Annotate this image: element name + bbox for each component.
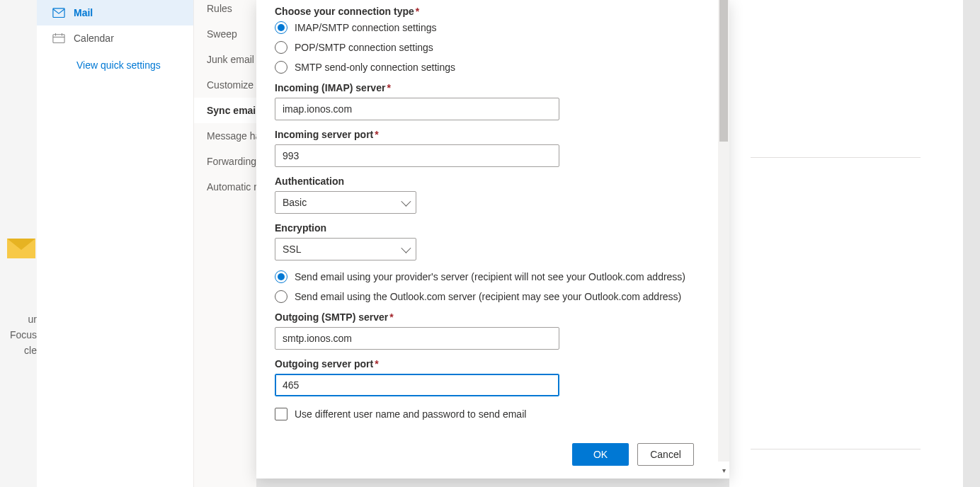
bg-focus-line2: cle [0, 343, 37, 358]
subnav-junk[interactable]: Junk email [194, 47, 256, 72]
radio-icon [275, 61, 287, 74]
authentication-select[interactable]: Basic [275, 191, 416, 214]
radio-icon [275, 21, 287, 34]
subnav-sweep[interactable]: Sweep [194, 21, 256, 47]
envelope-icon [4, 230, 38, 264]
radio-imap-label: IMAP/SMTP connection settings [295, 22, 437, 33]
connection-dialog: Choose your connection type* IMAP/SMTP c… [256, 0, 729, 479]
checkbox-diff-creds[interactable]: Use different user name and password to … [275, 408, 700, 420]
authentication-value: Basic [283, 197, 307, 208]
incoming-port-input[interactable] [275, 144, 559, 167]
connection-form: Choose your connection type* IMAP/SMTP c… [275, 6, 700, 428]
subnav-sweep-label: Sweep [207, 28, 237, 40]
mail-subnav: Rules Sweep Junk email Customize a Sync … [193, 0, 256, 487]
nav-mail[interactable]: Mail [37, 0, 193, 25]
outgoing-server-label: Outgoing (SMTP) server* [275, 311, 700, 323]
radio-icon [275, 270, 287, 283]
radio-pop-label: POP/SMTP connection settings [295, 42, 433, 53]
incoming-server-text: Incoming (IMAP) server [275, 82, 385, 93]
dialog-buttons: OK Cancel [572, 443, 694, 466]
radio-send-provider-label: Send email using your provider's server … [295, 271, 685, 282]
required-asterisk: * [375, 129, 378, 140]
nav-calendar-label: Calendar [74, 33, 114, 44]
svg-rect-3 [53, 35, 64, 43]
checkbox-diff-creds-label: Use different user name and password to … [295, 408, 526, 420]
radio-icon [275, 41, 287, 54]
bg-focus-text: ur Focus cle [0, 311, 37, 358]
mail-icon [52, 8, 65, 18]
incoming-server-label: Incoming (IMAP) server* [275, 82, 700, 93]
svg-rect-2 [53, 8, 64, 18]
radio-pop[interactable]: POP/SMTP connection settings [275, 41, 700, 54]
required-asterisk: * [375, 358, 378, 369]
chevron-down-icon [401, 197, 411, 207]
subnav-forwarding-label: Forwarding [207, 156, 256, 167]
dialog-scrollbar[interactable] [718, 0, 729, 462]
subnav-customize-label: Customize a [207, 79, 262, 91]
radio-smtp-only[interactable]: SMTP send-only connection settings [275, 61, 700, 74]
right-divider-2 [751, 449, 921, 449]
radio-send-outlook[interactable]: Send email using the Outlook.com server … [275, 290, 700, 303]
authentication-label: Authentication [275, 176, 700, 187]
incoming-port-text: Incoming server port [275, 129, 373, 140]
subnav-sync-label: Sync email [207, 105, 258, 116]
subnav-rules-label: Rules [207, 3, 232, 14]
scrollbar-thumb[interactable] [719, 0, 728, 142]
subnav-forwarding[interactable]: Forwarding [194, 149, 256, 174]
incoming-server-input[interactable] [275, 98, 559, 120]
authentication-text: Authentication [275, 176, 344, 187]
radio-imap[interactable]: IMAP/SMTP connection settings [275, 21, 700, 34]
right-divider-1 [751, 157, 921, 158]
chevron-down-icon [401, 244, 411, 253]
nav-quick-settings[interactable]: View quick settings [37, 51, 193, 79]
required-asterisk: * [387, 82, 390, 93]
cancel-button[interactable]: Cancel [637, 443, 694, 466]
calendar-icon [52, 33, 65, 43]
radio-send-outlook-label: Send email using the Outlook.com server … [295, 291, 681, 302]
required-asterisk: * [389, 311, 393, 323]
bg-focus-line1: ur Focus [0, 311, 37, 343]
radio-icon [275, 290, 287, 303]
outgoing-server-input[interactable] [275, 327, 559, 350]
nav-mail-label: Mail [74, 7, 93, 18]
ok-label: OK [593, 449, 608, 460]
nav-calendar[interactable]: Calendar [37, 25, 193, 51]
scrollbar-down-icon[interactable]: ▾ [718, 462, 729, 479]
ok-button[interactable]: OK [572, 443, 629, 466]
encryption-value: SSL [283, 244, 301, 255]
subnav-sync-email[interactable]: Sync email [194, 98, 256, 123]
nav-quick-label: View quick settings [76, 59, 161, 71]
subnav-junk-label: Junk email [207, 54, 254, 65]
encryption-label: Encryption [275, 222, 700, 234]
subnav-msg-label: Message ha [207, 130, 261, 142]
subnav-rules[interactable]: Rules [194, 0, 256, 21]
connection-type-label: Choose your connection type* [275, 6, 700, 17]
required-asterisk: * [416, 6, 419, 17]
outgoing-port-text: Outgoing server port [275, 358, 373, 369]
settings-nav: Mail Calendar View quick settings [37, 0, 193, 487]
right-strip [942, 0, 963, 487]
right-panel [729, 0, 942, 487]
subnav-automatic-label: Automatic r [207, 181, 257, 193]
outgoing-port-label: Outgoing server port* [275, 358, 700, 369]
encryption-select[interactable]: SSL [275, 238, 416, 260]
cancel-label: Cancel [650, 449, 681, 460]
subnav-automatic[interactable]: Automatic r [194, 174, 256, 200]
radio-smtp-only-label: SMTP send-only connection settings [295, 62, 455, 73]
radio-send-provider[interactable]: Send email using your provider's server … [275, 270, 700, 283]
incoming-port-label: Incoming server port* [275, 129, 700, 140]
connection-type-text: Choose your connection type [275, 6, 414, 17]
outgoing-port-input[interactable] [275, 374, 559, 396]
checkbox-icon [275, 408, 287, 420]
subnav-customize[interactable]: Customize a [194, 72, 256, 98]
outgoing-server-text: Outgoing (SMTP) server [275, 311, 388, 323]
subnav-message-handling[interactable]: Message ha [194, 123, 256, 149]
encryption-text: Encryption [275, 222, 326, 234]
